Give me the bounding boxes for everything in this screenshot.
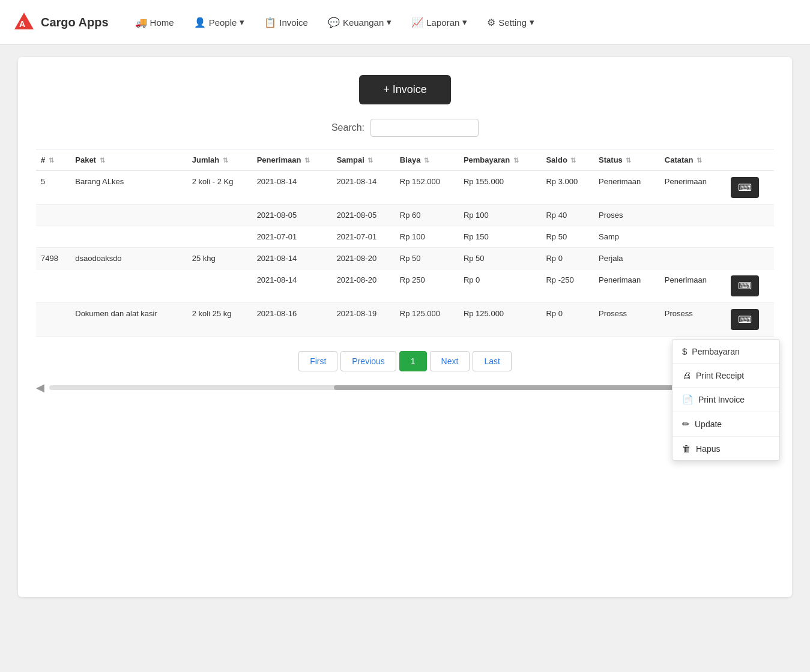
menu-item-hapus[interactable]: 🗑Hapus (672, 437, 779, 460)
menu-item-print-invoice[interactable]: 📄Print Invoice (672, 388, 779, 412)
search-input[interactable] (370, 119, 479, 137)
first-page-button[interactable]: First (298, 351, 337, 371)
cell-status: Perjala (594, 248, 660, 269)
nav-items: 🚚 Home 👤 People ▾ 📋 Invoice 💬 Keuangan ▾… (127, 12, 798, 33)
hapus-label: Hapus (696, 444, 720, 454)
cell-jumlah: 2 koli 25 kg (187, 303, 252, 337)
cell-pembayaran: Rp 125.000 (459, 303, 542, 337)
scrollbar-thumb (334, 385, 690, 390)
cell-action: ⌨ (726, 269, 774, 303)
pembayaran-icon: $ (682, 346, 687, 356)
cell-no (36, 226, 70, 248)
print-receipt-icon: 🖨 (682, 370, 691, 380)
invoice-icon: 📋 (264, 17, 276, 28)
people-dropdown-icon: ▾ (240, 17, 244, 28)
cell-jumlah: 2 koli - 2 Kg (187, 171, 252, 205)
cell-saldo: Rp -250 (541, 269, 594, 303)
cell-penerimaan: 2021-08-14 (252, 248, 332, 269)
cell-saldo: Rp 0 (541, 248, 594, 269)
keuangan-dropdown-icon: ▾ (387, 17, 391, 28)
last-page-button[interactable]: Last (473, 351, 511, 371)
cell-no: 5 (36, 171, 70, 205)
nav-invoice[interactable]: 📋 Invoice (256, 12, 316, 33)
people-icon: 👤 (194, 17, 206, 28)
cell-biaya: Rp 250 (395, 269, 459, 303)
svg-text:A: A (19, 19, 25, 29)
cell-no: 7498 (36, 248, 70, 269)
card: + Invoice Search: # ⇅ Paket ⇅ Jumlah ⇅ P… (18, 57, 792, 597)
col-biaya[interactable]: Biaya ⇅ (395, 149, 459, 171)
cell-paket (70, 205, 187, 226)
cell-paket: Dokumen dan alat kasir (70, 303, 187, 337)
print-invoice-label: Print Invoice (698, 395, 745, 404)
col-penerimaan[interactable]: Penerimaan ⇅ (252, 149, 332, 171)
cell-no (36, 303, 70, 337)
print-receipt-label: Print Receipt (696, 371, 744, 380)
cell-jumlah: 25 khg (187, 248, 252, 269)
cell-jumlah (187, 226, 252, 248)
table-row: 5Barang ALkes2 koli - 2 Kg2021-08-142021… (36, 171, 774, 205)
pagination: First Previous 1 Next Last (36, 351, 774, 377)
menu-item-print-receipt[interactable]: 🖨Print Receipt (672, 364, 779, 388)
col-catatan[interactable]: Catatan ⇅ (660, 149, 726, 171)
cell-status: Penerimaan (594, 269, 660, 303)
cell-paket (70, 269, 187, 303)
next-page-button[interactable]: Next (430, 351, 470, 371)
setting-icon: ⚙ (487, 17, 495, 28)
col-saldo[interactable]: Saldo ⇅ (541, 149, 594, 171)
nav-home[interactable]: 🚚 Home (127, 12, 183, 33)
nav-home-label: Home (150, 17, 174, 28)
col-pembayaran[interactable]: Pembayaran ⇅ (459, 149, 542, 171)
brand[interactable]: A Cargo Apps (12, 10, 109, 34)
table-header-row: # ⇅ Paket ⇅ Jumlah ⇅ Penerimaan ⇅ Sampai… (36, 149, 774, 171)
nav-laporan[interactable]: 📈 Laporan ▾ (403, 12, 476, 33)
cell-paket: dsaodoaksdo (70, 248, 187, 269)
col-jumlah[interactable]: Jumlah ⇅ (187, 149, 252, 171)
brand-name: Cargo Apps (41, 16, 109, 29)
nav-setting[interactable]: ⚙ Setting ▾ (479, 12, 543, 33)
cell-sampai: 2021-08-20 (332, 248, 395, 269)
row-action-button[interactable]: ⌨ (731, 177, 759, 198)
cell-sampai: 2021-08-20 (332, 269, 395, 303)
cell-catatan (660, 226, 726, 248)
nav-invoice-label: Invoice (279, 17, 308, 28)
menu-item-update[interactable]: ✏Update (672, 412, 779, 437)
current-page-button[interactable]: 1 (399, 351, 427, 371)
cell-no (36, 269, 70, 303)
cell-action: ⌨ (726, 303, 774, 337)
cell-penerimaan: 2021-08-14 (252, 171, 332, 205)
cell-sampai: 2021-08-05 (332, 205, 395, 226)
col-status[interactable]: Status ⇅ (594, 149, 660, 171)
brand-icon: A (12, 10, 36, 34)
menu-item-pembayaran[interactable]: $Pembayaran (672, 340, 779, 364)
cell-penerimaan: 2021-08-14 (252, 269, 332, 303)
nav-people-label: People (209, 17, 237, 28)
update-label: Update (695, 419, 722, 429)
col-sampai[interactable]: Sampai ⇅ (332, 149, 395, 171)
table-row: 2021-08-142021-08-20Rp 250Rp 0Rp -250Pen… (36, 269, 774, 303)
cell-saldo: Rp 3.000 (541, 171, 594, 205)
pembayaran-label: Pembayaran (692, 347, 739, 356)
table-row: 2021-08-052021-08-05Rp 60Rp 100Rp 40Pros… (36, 205, 774, 226)
nav-people[interactable]: 👤 People ▾ (186, 12, 253, 33)
row-action-button[interactable]: ⌨ (731, 275, 759, 296)
horizontal-scrollbar[interactable]: ◀ ▶ (36, 377, 774, 398)
cell-paket (70, 226, 187, 248)
cell-jumlah (187, 269, 252, 303)
nav-setting-label: Setting (498, 17, 527, 28)
scroll-left-arrow[interactable]: ◀ (36, 381, 44, 394)
nav-keuangan[interactable]: 💬 Keuangan ▾ (319, 12, 400, 33)
main-content: + Invoice Search: # ⇅ Paket ⇅ Jumlah ⇅ P… (0, 45, 810, 609)
nav-laporan-label: Laporan (426, 17, 459, 28)
invoice-table: # ⇅ Paket ⇅ Jumlah ⇅ Penerimaan ⇅ Sampai… (36, 149, 774, 337)
col-no[interactable]: # ⇅ (36, 149, 70, 171)
add-invoice-button[interactable]: + Invoice (359, 75, 451, 104)
cell-action (726, 248, 774, 269)
previous-page-button[interactable]: Previous (340, 351, 396, 371)
cell-catatan (660, 205, 726, 226)
row-action-button[interactable]: ⌨ (731, 309, 759, 330)
scrollbar-track (49, 385, 761, 390)
cell-status: Proses (594, 205, 660, 226)
cell-catatan: Penerimaan (660, 171, 726, 205)
col-paket[interactable]: Paket ⇅ (70, 149, 187, 171)
